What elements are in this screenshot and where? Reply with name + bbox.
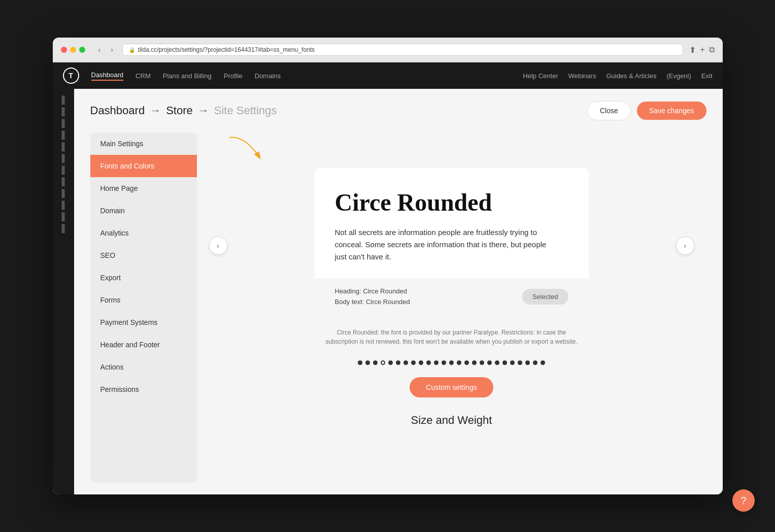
breadcrumb-dashboard[interactable]: Dashboard: [90, 104, 145, 117]
sidebar-item-actions[interactable]: Actions: [90, 356, 197, 378]
top-navigation: T Dashboard CRM Plans and Billing Profil…: [53, 62, 723, 89]
carousel-dot-19[interactable]: [502, 360, 507, 365]
carousel-dot-2[interactable]: [373, 360, 378, 365]
carousel-dot-9[interactable]: [426, 360, 431, 365]
font-sample-text: Not all secrets are information people a…: [335, 226, 548, 263]
save-button[interactable]: Save changes: [637, 102, 706, 120]
sidebar-item-home-page[interactable]: Home Page: [90, 177, 197, 200]
tabs-icon[interactable]: ⧉: [709, 45, 715, 55]
nav-right: Help Center Webinars Guides & Articles (…: [523, 72, 712, 80]
carousel-dot-7[interactable]: [411, 360, 416, 365]
sidebar-item-header-footer[interactable]: Header and Footer: [90, 334, 197, 356]
font-carousel: ‹ Circe Rounded Not all secrets are info…: [209, 168, 694, 324]
nav-crm[interactable]: CRM: [136, 72, 151, 80]
font-heading-label: Heading: Circe Rounded: [335, 286, 410, 297]
font-card-footer: Heading: Circe Rounded Body text: Circe …: [315, 278, 589, 316]
carousel-dot-3[interactable]: [381, 360, 385, 365]
traffic-lights: [61, 47, 85, 53]
content-area: ❚❚❚❚❚❚❚❚❚❚❚❚ Dashboard → Store → Site Se…: [53, 89, 723, 494]
carousel-dot-21[interactable]: [518, 360, 522, 365]
selected-button[interactable]: Selected: [522, 289, 568, 305]
font-name: Circe Rounded: [335, 188, 568, 216]
breadcrumb-store[interactable]: Store: [166, 104, 193, 117]
nav-profile[interactable]: Profile: [224, 72, 243, 80]
carousel-dot-14[interactable]: [464, 360, 469, 365]
sidebar-item-analytics[interactable]: Analytics: [90, 222, 197, 244]
share-icon[interactable]: ⬆: [689, 45, 696, 55]
zigzag-decoration: ❚❚❚❚❚❚❚❚❚❚❚❚: [58, 94, 69, 234]
font-card: Circe Rounded Not all secrets are inform…: [315, 168, 589, 316]
sidebar-item-seo[interactable]: SEO: [90, 244, 197, 267]
forward-button[interactable]: ›: [108, 45, 116, 55]
carousel-dot-1[interactable]: [365, 360, 370, 365]
close-traffic-light[interactable]: [61, 47, 67, 53]
header-actions: Close Save changes: [587, 101, 706, 120]
carousel-dot-16[interactable]: [480, 360, 484, 365]
left-accent: ❚❚❚❚❚❚❚❚❚❚❚❚: [53, 89, 74, 494]
carousel-dots: [358, 360, 545, 365]
sidebar-item-export[interactable]: Export: [90, 267, 197, 289]
nav-help-center[interactable]: Help Center: [523, 72, 558, 80]
font-info-text: Circe Rounded: the font is provided by o…: [325, 328, 579, 346]
sidebar-item-forms[interactable]: Forms: [90, 289, 197, 311]
carousel-prev-button[interactable]: ‹: [209, 237, 227, 255]
carousel-dot-8[interactable]: [419, 360, 423, 365]
sidebar: Main Settings Fonts and Colors Home Page…: [90, 132, 197, 482]
url-text: tilda.cc/projects/settings/?projectid=16…: [138, 46, 315, 53]
browser-navigation: ‹ ›: [95, 45, 116, 55]
page-header: Dashboard → Store → Site Settings Close …: [74, 89, 723, 132]
annotation-arrow: [219, 132, 280, 168]
breadcrumb-current: Site Settings: [214, 104, 277, 117]
carousel-dot-13[interactable]: [457, 360, 461, 365]
carousel-dot-10[interactable]: [434, 360, 439, 365]
carousel-dot-4[interactable]: [388, 360, 393, 365]
browser-actions: ⬆ + ⧉: [689, 45, 714, 55]
carousel-next-button[interactable]: ›: [676, 237, 694, 255]
carousel-dot-23[interactable]: [533, 360, 537, 365]
sidebar-item-main-settings[interactable]: Main Settings: [90, 132, 197, 155]
carousel-dot-18[interactable]: [495, 360, 499, 365]
sidebar-item-domain[interactable]: Domain: [90, 200, 197, 222]
font-meta: Heading: Circe Rounded Body text: Circe …: [335, 286, 410, 308]
carousel-dot-22[interactable]: [525, 360, 530, 365]
carousel-dot-5[interactable]: [396, 360, 400, 365]
close-button[interactable]: Close: [587, 101, 631, 120]
carousel-dot-0[interactable]: [358, 360, 362, 365]
font-preview: Circe Rounded Not all secrets are inform…: [315, 168, 589, 278]
sidebar-item-payment[interactable]: Payment Systems: [90, 311, 197, 334]
help-button[interactable]: ?: [732, 489, 755, 512]
nav-dashboard[interactable]: Dashboard: [91, 71, 124, 81]
new-tab-icon[interactable]: +: [700, 45, 704, 55]
carousel-dot-20[interactable]: [510, 360, 515, 365]
font-body-label: Body text: Circe Rounded: [335, 297, 410, 308]
carousel-dot-17[interactable]: [487, 360, 492, 365]
sidebar-item-permissions[interactable]: Permissions: [90, 378, 197, 401]
main-panel: ‹ Circe Rounded Not all secrets are info…: [197, 132, 706, 482]
logo[interactable]: T: [63, 68, 79, 84]
custom-settings-button[interactable]: Custom settings: [410, 377, 493, 397]
carousel-dot-15[interactable]: [472, 360, 477, 365]
carousel-dot-12[interactable]: [449, 360, 454, 365]
size-weight-title: Size and Weight: [411, 414, 492, 427]
nav-left: Dashboard CRM Plans and Billing Profile …: [91, 71, 523, 81]
breadcrumb: Dashboard → Store → Site Settings: [90, 104, 277, 117]
nav-exit[interactable]: Exit: [701, 72, 713, 80]
nav-user: (Evgeni): [666, 72, 691, 80]
page-content: Dashboard → Store → Site Settings Close …: [74, 89, 723, 494]
minimize-traffic-light[interactable]: [70, 47, 76, 53]
lock-icon: 🔒: [129, 47, 135, 53]
breadcrumb-arrow-1: →: [150, 104, 161, 117]
nav-domains[interactable]: Domains: [255, 72, 281, 80]
address-bar[interactable]: 🔒 tilda.cc/projects/settings/?projectid=…: [122, 44, 683, 56]
back-button[interactable]: ‹: [95, 45, 104, 55]
carousel-dot-24[interactable]: [541, 360, 545, 365]
nav-guides[interactable]: Guides & Articles: [606, 72, 656, 80]
sidebar-item-fonts-colors[interactable]: Fonts and Colors: [90, 155, 197, 177]
nav-webinars[interactable]: Webinars: [568, 72, 596, 80]
body-layout: Main Settings Fonts and Colors Home Page…: [74, 132, 723, 494]
carousel-dot-6[interactable]: [403, 360, 408, 365]
maximize-traffic-light[interactable]: [79, 47, 85, 53]
carousel-dot-11[interactable]: [442, 360, 446, 365]
breadcrumb-arrow-2: →: [198, 104, 209, 117]
nav-plans-billing[interactable]: Plans and Billing: [163, 72, 212, 80]
